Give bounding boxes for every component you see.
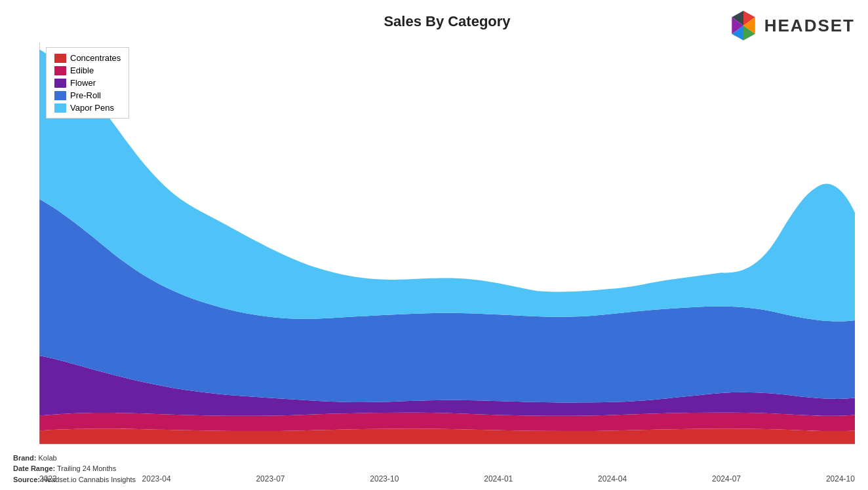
legend-label-vaporpens: Vapor Pens	[70, 103, 114, 113]
source-label: Source:	[13, 476, 40, 483]
chart-container: HEADSET Sales By Category Concentrates E…	[0, 0, 868, 490]
legend-label-preroll: Pre-Roll	[70, 90, 101, 100]
chart-area	[39, 43, 855, 444]
daterange-value: Trailing 24 Months	[57, 464, 116, 472]
vaporpens-area	[39, 49, 855, 321]
x-label-1: 2023-04	[142, 474, 171, 483]
legend-label-concentrates: Concentrates	[70, 53, 121, 63]
legend-color-edible	[54, 66, 66, 75]
x-axis-labels: 2023 2023-04 2023-07 2023-10 2024-01 202…	[39, 474, 855, 483]
x-label-2: 2023-07	[256, 474, 285, 483]
legend-item-concentrates: Concentrates	[54, 53, 121, 63]
legend-label-flower: Flower	[70, 78, 96, 88]
x-label-4: 2024-01	[484, 474, 513, 483]
legend-color-preroll	[54, 91, 66, 100]
legend-item-flower: Flower	[54, 78, 121, 88]
legend-item-preroll: Pre-Roll	[54, 90, 121, 100]
brand-value: Kolab	[39, 454, 57, 462]
logo-text: HEADSET	[764, 16, 855, 36]
footer-daterange: Date Range: Trailing 24 Months	[13, 463, 136, 474]
footer-brand: Brand: Kolab	[13, 453, 136, 464]
x-label-6: 2024-07	[712, 474, 741, 483]
logo-icon	[728, 10, 759, 41]
concentrates-area	[39, 428, 855, 444]
legend-color-flower	[54, 79, 66, 88]
x-label-5: 2024-04	[598, 474, 627, 483]
legend-item-edible: Edible	[54, 66, 121, 75]
chart-svg	[39, 43, 855, 444]
legend-color-concentrates	[54, 54, 66, 63]
edible-area	[39, 413, 855, 431]
legend-item-vaporpens: Vapor Pens	[54, 103, 121, 113]
legend-color-vaporpens	[54, 104, 66, 113]
legend-label-edible: Edible	[70, 66, 94, 75]
footer-info: Brand: Kolab Date Range: Trailing 24 Mon…	[13, 453, 136, 485]
brand-label: Brand:	[13, 454, 36, 462]
daterange-label: Date Range:	[13, 464, 55, 472]
x-label-7: 2024-10	[826, 474, 855, 483]
source-value: Headset.io Cannabis Insights	[42, 476, 136, 483]
x-label-3: 2023-10	[370, 474, 399, 483]
chart-legend: Concentrates Edible Flower Pre-Roll Vapo…	[46, 47, 129, 119]
footer-source: Source: Headset.io Cannabis Insights	[13, 474, 136, 485]
logo: HEADSET	[728, 10, 855, 41]
